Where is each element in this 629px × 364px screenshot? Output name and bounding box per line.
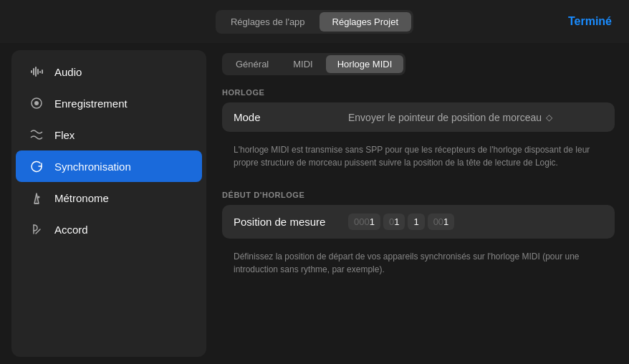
sidebar-item-enregistrement[interactable]: Enregistrement [16, 87, 202, 119]
flex-icon [29, 127, 44, 143]
mesure-input-1[interactable]: 0001 [348, 214, 380, 230]
position-mesure-label: Position de mesure [234, 216, 348, 228]
sidebar-item-audio[interactable]: Audio [16, 56, 202, 87]
sidebar: Audio Enregistrement Flex [11, 50, 206, 357]
sidebar-item-audio-label: Audio [54, 66, 82, 78]
content-area: Général MIDI Horloge MIDI HORLOGE Mode E… [215, 43, 629, 364]
mesure-input-4[interactable]: 001 [428, 214, 455, 230]
subtab-midi[interactable]: MIDI [282, 55, 324, 73]
mesure-input-2-dim: 0 [389, 216, 394, 227]
mesure-input-3[interactable]: 1 [408, 214, 424, 230]
record-icon [29, 95, 44, 111]
horloge-description: L'horloge MIDI est transmise sans SPP po… [222, 138, 615, 178]
sub-tab-group: Général MIDI Horloge MIDI [222, 53, 405, 75]
mode-label: Mode [234, 111, 348, 123]
tab-app[interactable]: Réglages de l'app [218, 12, 318, 32]
sidebar-item-accord-label: Accord [54, 224, 88, 236]
sidebar-item-enregistrement-label: Enregistrement [54, 97, 128, 110]
mesure-input-3-bright: 1 [413, 216, 418, 227]
sync-icon [29, 158, 44, 174]
sidebar-item-flex[interactable]: Flex [16, 119, 202, 150]
section-debut-horloge: DÉBUT D'HORLOGE Position de mesure 0001 … [222, 191, 615, 284]
audio-icon [29, 64, 44, 80]
top-bar: Réglages de l'app Réglages Projet Termin… [0, 0, 629, 43]
mode-value[interactable]: Envoyer le pointeur de position de morce… [348, 112, 552, 123]
mesure-inputs: 0001 01 1 001 [348, 214, 454, 230]
mesure-input-1-bright: 1 [370, 216, 375, 227]
section-horloge-label: HORLOGE [222, 88, 615, 97]
metronome-icon [29, 190, 44, 206]
main-layout: Audio Enregistrement Flex [0, 43, 629, 364]
mesure-input-2-bright: 1 [394, 216, 399, 227]
section-debut-label: DÉBUT D'HORLOGE [222, 191, 615, 199]
mode-dropdown-arrow: ◇ [546, 112, 552, 123]
sidebar-item-metronome[interactable]: Métronome [16, 182, 202, 214]
section-horloge: HORLOGE Mode Envoyer le pointeur de posi… [222, 88, 615, 178]
mode-value-text: Envoyer le pointeur de position de morce… [348, 112, 542, 123]
termine-button[interactable]: Terminé [568, 15, 612, 28]
sidebar-item-synchronisation-label: Synchronisation [54, 161, 131, 173]
svg-rect-3 [37, 69, 39, 75]
tuning-icon [29, 221, 44, 237]
debut-setting-box: Position de mesure 0001 01 1 001 [222, 205, 615, 239]
sidebar-item-accord[interactable]: Accord [16, 214, 202, 245]
svg-point-10 [38, 196, 40, 198]
svg-point-7 [34, 101, 39, 105]
debut-description: Définissez la position de départ de vos … [222, 244, 615, 284]
sidebar-item-flex-label: Flex [54, 129, 75, 141]
horloge-setting-box: Mode Envoyer le pointeur de position de … [222, 102, 615, 132]
svg-rect-1 [33, 68, 34, 75]
mode-row: Mode Envoyer le pointeur de position de … [222, 102, 615, 132]
mesure-input-2[interactable]: 01 [383, 214, 405, 230]
position-mesure-row: Position de mesure 0001 01 1 001 [222, 205, 615, 239]
sidebar-item-metronome-label: Métronome [54, 192, 109, 204]
svg-rect-0 [31, 70, 32, 73]
subtab-general[interactable]: Général [224, 55, 280, 73]
tab-project[interactable]: Réglages Projet [320, 12, 412, 32]
mesure-input-4-dim: 00 [433, 216, 443, 227]
sidebar-item-synchronisation[interactable]: Synchronisation [16, 150, 202, 182]
mesure-input-4-bright: 1 [443, 216, 448, 227]
main-tab-group: Réglages de l'app Réglages Projet [216, 10, 413, 34]
subtab-horloge-midi[interactable]: Horloge MIDI [326, 55, 404, 73]
mesure-input-1-dim: 000 [354, 216, 370, 227]
svg-rect-5 [42, 70, 43, 74]
svg-rect-2 [35, 67, 37, 77]
svg-rect-4 [39, 71, 41, 73]
